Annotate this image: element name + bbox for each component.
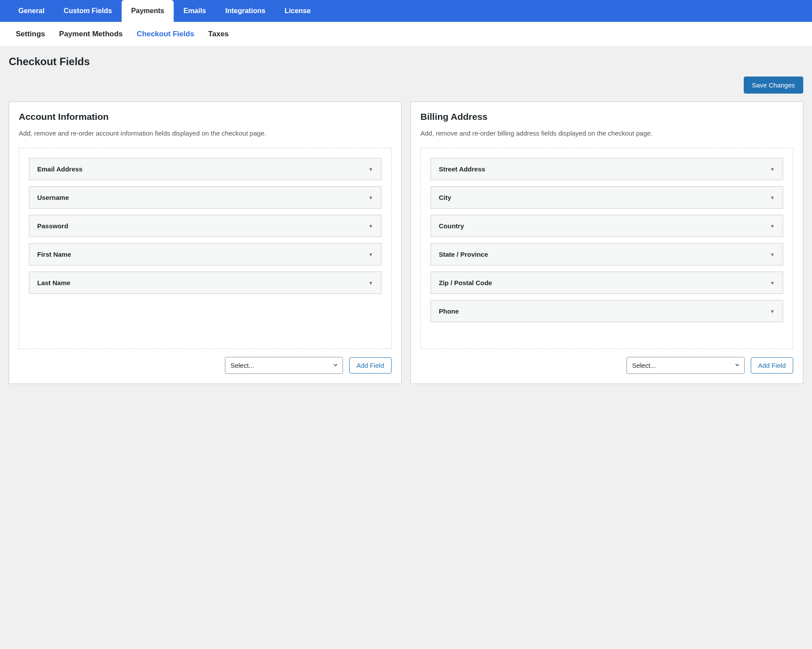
tab-license[interactable]: License bbox=[275, 0, 321, 22]
chevron-down-icon: ▼ bbox=[770, 309, 775, 314]
subtab-payment-methods[interactable]: Payment Methods bbox=[52, 22, 130, 46]
panel-title-billing: Billing Address bbox=[420, 112, 793, 122]
field-label: Zip / Postal Code bbox=[439, 279, 492, 286]
save-row: Save Changes bbox=[9, 77, 803, 94]
field-item-password[interactable]: Password ▼ bbox=[29, 215, 382, 237]
chevron-down-icon: ▼ bbox=[770, 223, 775, 229]
subtab-settings[interactable]: Settings bbox=[9, 22, 52, 46]
panel-title-account: Account Information bbox=[19, 112, 392, 122]
save-changes-button[interactable]: Save Changes bbox=[744, 77, 803, 94]
top-tabs: General Custom Fields Payments Emails In… bbox=[0, 0, 812, 22]
field-item-last-name[interactable]: Last Name ▼ bbox=[29, 272, 382, 294]
field-label: State / Province bbox=[439, 251, 488, 258]
tab-integrations[interactable]: Integrations bbox=[216, 0, 275, 22]
field-item-street-address[interactable]: Street Address ▼ bbox=[430, 158, 783, 180]
chevron-down-icon: ▼ bbox=[368, 223, 373, 229]
tab-custom-fields[interactable]: Custom Fields bbox=[54, 0, 122, 22]
field-label: Phone bbox=[439, 307, 459, 315]
field-list-account: Email Address ▼ Username ▼ Password ▼ Fi… bbox=[19, 148, 392, 349]
chevron-down-icon: ▼ bbox=[368, 195, 373, 200]
add-field-select-account[interactable]: Select... bbox=[225, 357, 343, 374]
field-label: First Name bbox=[37, 251, 71, 258]
panel-desc-account: Add, remove and re-order account informa… bbox=[19, 128, 392, 138]
sub-tabs: Settings Payment Methods Checkout Fields… bbox=[0, 22, 812, 47]
chevron-down-icon: ▼ bbox=[368, 167, 373, 172]
field-item-zip-postal-code[interactable]: Zip / Postal Code ▼ bbox=[430, 272, 783, 294]
add-field-button-account[interactable]: Add Field bbox=[349, 357, 392, 373]
subtab-checkout-fields[interactable]: Checkout Fields bbox=[130, 22, 201, 46]
add-field-select-billing[interactable]: Select... bbox=[626, 357, 745, 374]
panels: Account Information Add, remove and re-o… bbox=[9, 101, 803, 384]
chevron-down-icon: ▼ bbox=[770, 252, 775, 257]
panel-billing-address: Billing Address Add, remove and re-order… bbox=[410, 101, 803, 384]
add-field-select-account-wrap: Select... bbox=[225, 357, 343, 374]
field-label: Street Address bbox=[439, 165, 485, 173]
content: Checkout Fields Save Changes Account Inf… bbox=[0, 47, 812, 393]
panel-desc-billing: Add, remove and re-order billing address… bbox=[420, 128, 793, 138]
field-list-billing: Street Address ▼ City ▼ Country ▼ State … bbox=[420, 148, 793, 349]
field-item-username[interactable]: Username ▼ bbox=[29, 186, 382, 209]
field-label: Email Address bbox=[37, 165, 83, 173]
chevron-down-icon: ▼ bbox=[368, 280, 373, 286]
field-label: City bbox=[439, 194, 451, 201]
panel-footer-billing: Select... Add Field bbox=[420, 357, 793, 374]
chevron-down-icon: ▼ bbox=[770, 280, 775, 286]
field-item-city[interactable]: City ▼ bbox=[430, 186, 783, 209]
tab-emails[interactable]: Emails bbox=[174, 0, 216, 22]
subtab-taxes[interactable]: Taxes bbox=[201, 22, 236, 46]
field-item-email-address[interactable]: Email Address ▼ bbox=[29, 158, 382, 180]
field-label: Country bbox=[439, 222, 464, 230]
field-item-first-name[interactable]: First Name ▼ bbox=[29, 243, 382, 265]
field-label: Username bbox=[37, 194, 69, 201]
panel-account-information: Account Information Add, remove and re-o… bbox=[9, 101, 402, 384]
field-item-state-province[interactable]: State / Province ▼ bbox=[430, 243, 783, 265]
add-field-select-billing-wrap: Select... bbox=[626, 357, 745, 374]
tab-payments[interactable]: Payments bbox=[122, 0, 174, 22]
field-label: Password bbox=[37, 222, 68, 230]
field-item-country[interactable]: Country ▼ bbox=[430, 215, 783, 237]
chevron-down-icon: ▼ bbox=[770, 195, 775, 200]
add-field-button-billing[interactable]: Add Field bbox=[751, 357, 793, 373]
page-title: Checkout Fields bbox=[9, 56, 803, 68]
tab-general[interactable]: General bbox=[9, 0, 54, 22]
field-item-phone[interactable]: Phone ▼ bbox=[430, 300, 783, 322]
panel-footer-account: Select... Add Field bbox=[19, 357, 392, 374]
field-label: Last Name bbox=[37, 279, 70, 286]
chevron-down-icon: ▼ bbox=[770, 167, 775, 172]
chevron-down-icon: ▼ bbox=[368, 252, 373, 257]
